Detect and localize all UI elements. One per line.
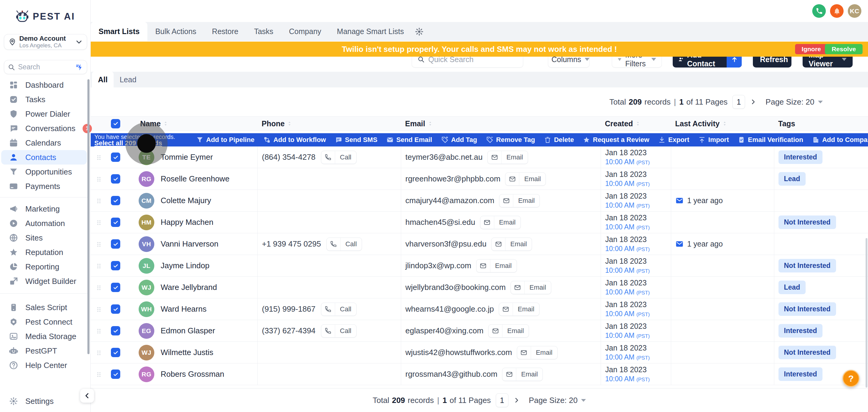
sidebar-item-reporting[interactable]: Reporting [0,259,88,274]
bulk-action-add-tag[interactable]: Add Tag [441,136,477,144]
bulk-action-email-verification[interactable]: Email Verification [738,136,803,144]
column-header-tags[interactable]: Tags [774,117,868,130]
call-button[interactable]: Call [321,151,356,164]
ignore-button[interactable]: Ignore [795,44,828,54]
contact-name[interactable]: Ward Hearns [161,305,207,314]
drag-handle-icon[interactable] [96,217,102,227]
bulk-action-add-to-company[interactable]: Add to Company [812,136,868,144]
column-header-phone[interactable]: Phone [257,117,401,130]
bulk-action-remove-tag[interactable]: Remove Tag [486,136,535,144]
contact-name[interactable]: Ware Jellybrand [161,283,217,292]
contact-name[interactable]: Roselle Greenhowe [161,174,229,184]
sidebar-item-pestgpt[interactable]: PestGPT [0,344,88,358]
drag-handle-icon[interactable] [96,261,102,271]
sidebar-item-marketing[interactable]: Marketing [0,202,88,216]
drag-handle-icon[interactable] [96,196,102,206]
list-tab-lead[interactable]: Lead [114,72,143,87]
bulk-action-request-a-review[interactable]: Request a Review [583,136,649,144]
sidebar-item-automation[interactable]: Automation [0,216,88,230]
bulk-action-import[interactable]: Import [698,136,729,144]
tag-badge[interactable]: Interested [778,368,823,381]
user-avatar[interactable]: KC [848,4,861,18]
drag-handle-icon[interactable] [96,152,102,162]
sidebar-scrollbar[interactable] [87,79,90,354]
smart-lists-settings-button[interactable] [412,22,427,41]
list-tab-all[interactable]: All [92,72,114,87]
sidebar-item-widget-builder[interactable]: Widget Builder [0,274,88,288]
page-size-select[interactable]: Page Size: 20 [529,396,586,405]
select-all-checkbox[interactable] [111,119,120,128]
sidebar-item-payments[interactable]: Payments [0,179,88,193]
tab-company[interactable]: Company [281,22,329,41]
sort-icon[interactable] [428,120,433,127]
tag-badge[interactable]: Interested [778,324,823,338]
call-button[interactable]: Call [321,303,356,316]
bulk-action-delete[interactable]: Delete [544,136,574,144]
tab-restore[interactable]: Restore [204,22,246,41]
email-button[interactable]: Email [499,194,540,208]
drag-handle-icon[interactable] [96,348,102,358]
email-button[interactable]: Email [502,368,543,381]
sidebar-item-contacts[interactable]: Contacts [1,150,87,164]
bulk-action-add-to-pipeline[interactable]: Add to Pipeline [196,136,254,144]
sidebar-item-settings[interactable]: Settings [0,394,87,408]
tag-badge[interactable]: Not Interested [778,302,836,316]
sidebar-item-conversations[interactable]: Conversations 1 [0,121,88,136]
tag-badge[interactable]: Not Interested [778,346,836,359]
sidebar-item-sites[interactable]: Sites [0,230,88,245]
tab-tasks[interactable]: Tasks [246,22,281,41]
email-button[interactable]: Email [480,216,521,229]
bulk-action-send-sms[interactable]: Send SMS [335,136,377,144]
contact-name[interactable]: Colette Majury [161,196,211,205]
sidebar-item-help-center[interactable]: Help Center [0,358,88,373]
quick-actions-bolt-icon[interactable] [75,63,83,71]
call-button[interactable]: Call [321,324,356,338]
column-header-created[interactable]: Created [601,117,671,130]
email-button[interactable]: Email [505,172,546,186]
tag-badge[interactable]: Not Interested [778,259,836,273]
tab-bulk-actions[interactable]: Bulk Actions [147,22,204,41]
select-all-link[interactable]: Select all 209 records [94,140,175,147]
row-checkbox[interactable] [111,261,120,271]
bulk-action-send-email[interactable]: Send Email [386,136,432,144]
sidebar-item-dashboard[interactable]: Dashboard [0,78,88,92]
email-button[interactable]: Email [510,281,551,294]
email-button[interactable]: Email [517,346,558,359]
row-checkbox[interactable] [111,326,120,336]
bulk-action-export[interactable]: Export [658,136,689,144]
sidebar-item-sales-script[interactable]: Sales Script [0,300,88,315]
drag-handle-icon[interactable] [96,326,102,336]
sidebar-item-calendars[interactable]: Calendars [0,136,88,150]
tab-smart-lists[interactable]: Smart Lists [91,22,147,41]
tab-manage-smart-lists[interactable]: Manage Smart Lists [329,22,412,41]
contact-name[interactable]: Happy Machen [161,218,213,227]
email-button[interactable]: Email [476,259,517,273]
current-page-box[interactable]: 1 [496,393,508,407]
drag-handle-icon[interactable] [96,304,102,314]
contact-name[interactable]: Vanni Harverson [161,239,218,249]
sort-icon[interactable] [722,120,727,127]
drag-handle-icon[interactable] [96,174,102,184]
next-page-button[interactable] [513,397,520,404]
row-checkbox[interactable] [111,196,120,205]
row-checkbox[interactable] [111,348,120,357]
email-button[interactable]: Email [488,324,529,338]
sidebar-item-power-dialer[interactable]: Power Dialer [0,107,88,121]
row-checkbox[interactable] [111,239,120,249]
row-checkbox[interactable] [111,218,120,227]
search-input[interactable] [18,63,72,71]
row-checkbox[interactable] [111,174,120,184]
email-button[interactable]: Email [491,237,532,251]
sidebar-collapse-button[interactable] [80,389,94,403]
help-button[interactable]: ? [842,370,860,387]
bulk-action-add-to-workflow[interactable]: Add to Workflow [264,136,326,144]
contact-name[interactable]: Wilmette Justis [161,348,213,357]
row-checkbox[interactable] [111,370,120,379]
contact-name[interactable]: Robers Grossman [161,370,224,379]
column-header-last-activity[interactable]: Last Activity [671,117,774,130]
resolve-button[interactable]: Resolve [825,44,863,54]
tag-badge[interactable]: Lead [778,281,806,294]
drag-handle-icon[interactable] [96,239,102,249]
page-size-select[interactable]: Page Size: 20 [766,97,823,107]
contact-name[interactable]: Edmon Glasper [161,326,215,336]
